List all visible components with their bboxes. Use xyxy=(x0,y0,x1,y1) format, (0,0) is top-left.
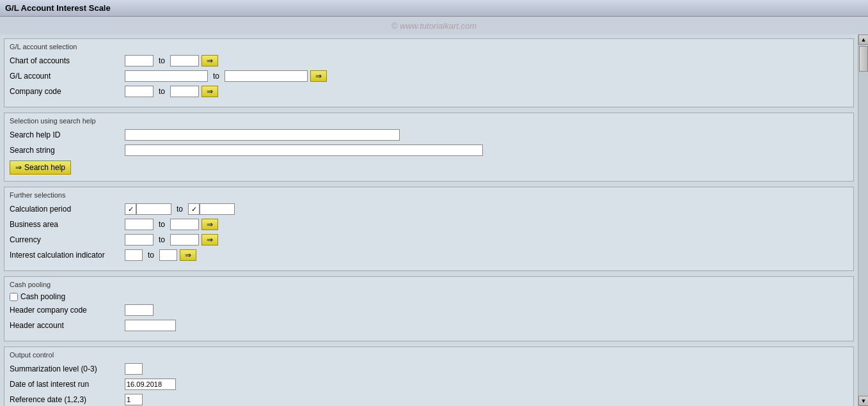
label-business-area: Business area xyxy=(10,220,125,229)
row-gl-account: G/L account to ⇒ xyxy=(10,70,848,82)
calc-period-from[interactable] xyxy=(136,203,171,215)
label-interest-calc-indicator: Interest calculation indicator xyxy=(10,251,125,260)
label-header-account: Header account xyxy=(10,321,125,330)
calc-period-from-checkbox[interactable]: ✓ xyxy=(125,203,136,215)
row-cash-pooling-checkbox: Cash pooling xyxy=(10,292,848,301)
business-area-arrow-btn[interactable]: ⇒ xyxy=(201,219,218,230)
section-search-help-title: Selection using search help xyxy=(10,117,848,125)
section-output-control: Output control Summarization level (0-3)… xyxy=(4,347,854,406)
label-chart-of-accounts: Chart of accounts xyxy=(10,56,125,65)
header-account-input[interactable] xyxy=(125,320,176,331)
label-currency: Currency xyxy=(10,235,125,244)
row-calculation-period: Calculation period ✓ to ✓ xyxy=(10,203,848,215)
summarization-level-input[interactable] xyxy=(125,363,143,375)
currency-from[interactable] xyxy=(125,234,154,246)
chart-of-accounts-from[interactable] xyxy=(125,55,154,66)
scrollbar-thumb[interactable] xyxy=(859,46,868,72)
label-summarization-level: Summarization level (0-3) xyxy=(10,364,125,373)
row-search-help-id: Search help ID xyxy=(10,129,848,141)
scrollbar-track[interactable] xyxy=(858,45,868,396)
page-title: G/L Account Interest Scale xyxy=(5,3,111,13)
gl-account-to[interactable] xyxy=(225,70,308,82)
to-label-6: to xyxy=(159,235,165,244)
main-content: G/L account selection Chart of accounts … xyxy=(0,35,868,406)
business-area-to[interactable] xyxy=(170,219,199,230)
row-summarization-level: Summarization level (0-3) xyxy=(10,363,848,375)
calc-period-to[interactable] xyxy=(200,203,235,215)
to-label-2: to xyxy=(213,72,219,81)
label-date-last-interest: Date of last interest run xyxy=(10,380,125,389)
title-bar: G/L Account Interest Scale xyxy=(0,0,868,17)
section-cash-pooling: Cash pooling Cash pooling Header company… xyxy=(4,276,854,341)
label-calculation-period: Calculation period xyxy=(10,205,125,214)
watermark-text: © www.tutorialkart.com xyxy=(391,21,477,31)
row-interest-calc-indicator: Interest calculation indicator to ⇒ xyxy=(10,249,848,262)
label-gl-account: G/L account xyxy=(10,72,125,81)
scrollbar-up-btn[interactable]: ▲ xyxy=(858,35,868,45)
cash-pooling-checkbox[interactable] xyxy=(10,293,18,301)
to-label-3: to xyxy=(159,87,165,96)
row-date-last-interest: Date of last interest run xyxy=(10,378,848,391)
currency-to[interactable] xyxy=(170,234,199,246)
reference-date-input[interactable] xyxy=(125,394,143,405)
row-business-area: Business area to ⇒ xyxy=(10,218,848,231)
row-search-string: Search string xyxy=(10,144,848,157)
section-gl-account-title: G/L account selection xyxy=(10,43,848,51)
company-code-to[interactable] xyxy=(170,86,199,97)
row-header-company-code: Header company code xyxy=(10,304,848,316)
company-code-from[interactable] xyxy=(125,86,154,97)
chart-of-accounts-to[interactable] xyxy=(170,55,199,66)
row-company-code: Company code to ⇒ xyxy=(10,85,848,98)
to-label-5: to xyxy=(159,220,165,229)
search-help-btn-label: Search help xyxy=(24,163,65,172)
watermark-bar: © www.tutorialkart.com xyxy=(0,17,868,35)
scrollable-area[interactable]: G/L account selection Chart of accounts … xyxy=(0,35,858,406)
label-header-company-code: Header company code xyxy=(10,306,125,315)
gl-account-arrow-btn[interactable]: ⇒ xyxy=(310,70,327,82)
row-reference-date: Reference date (1,2,3) xyxy=(10,393,848,406)
row-chart-of-accounts: Chart of accounts to ⇒ xyxy=(10,54,848,67)
chart-of-accounts-arrow-btn[interactable]: ⇒ xyxy=(201,55,218,66)
search-string-input[interactable] xyxy=(125,144,483,156)
search-help-button[interactable]: ⇒ Search help xyxy=(10,160,71,175)
currency-arrow-btn[interactable]: ⇒ xyxy=(201,234,218,246)
company-code-arrow-btn[interactable]: ⇒ xyxy=(201,86,218,97)
header-company-code-input[interactable] xyxy=(125,304,154,316)
gl-account-from[interactable] xyxy=(125,70,208,82)
search-help-btn-arrow-icon: ⇒ xyxy=(15,163,22,172)
scrollbar-down-btn[interactable]: ▼ xyxy=(858,396,868,406)
date-last-interest-input[interactable] xyxy=(125,379,176,390)
row-header-account: Header account xyxy=(10,319,848,332)
section-further-title: Further selections xyxy=(10,191,848,199)
scrollbar: ▲ ▼ xyxy=(858,35,868,406)
interest-calc-arrow-btn[interactable]: ⇒ xyxy=(180,249,196,261)
search-help-id-input[interactable] xyxy=(125,129,400,141)
row-currency: Currency to ⇒ xyxy=(10,233,848,246)
calc-period-to-checkbox[interactable]: ✓ xyxy=(188,203,200,215)
interest-calc-from[interactable] xyxy=(125,249,143,261)
to-label-4: to xyxy=(177,205,183,214)
to-label-7: to xyxy=(148,251,154,260)
section-output-control-title: Output control xyxy=(10,351,848,359)
to-label-1: to xyxy=(159,56,165,65)
interest-calc-to[interactable] xyxy=(159,249,177,261)
section-gl-account-selection: G/L account selection Chart of accounts … xyxy=(4,38,854,107)
label-company-code: Company code xyxy=(10,87,125,96)
section-search-help: Selection using search help Search help … xyxy=(4,113,854,182)
section-further-selections: Further selections Calculation period ✓ … xyxy=(4,187,854,271)
label-search-help-id: Search help ID xyxy=(10,130,125,139)
label-reference-date: Reference date (1,2,3) xyxy=(10,395,125,404)
cash-pooling-checkbox-label: Cash pooling xyxy=(20,292,65,301)
business-area-from[interactable] xyxy=(125,219,154,230)
label-search-string: Search string xyxy=(10,146,125,155)
section-cash-pooling-title: Cash pooling xyxy=(10,281,848,288)
